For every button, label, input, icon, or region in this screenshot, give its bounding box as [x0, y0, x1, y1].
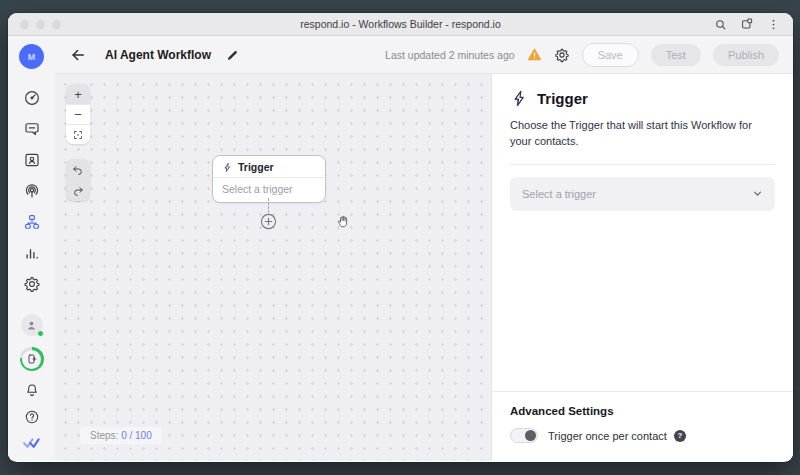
- minimize-window-icon[interactable]: [36, 20, 45, 29]
- contacts-icon[interactable]: [23, 151, 41, 169]
- trigger-bolt-icon: [222, 162, 233, 173]
- trigger-node-title: Trigger: [238, 161, 274, 173]
- advanced-settings-section: Advanced Settings Trigger once per conta…: [492, 391, 793, 461]
- settings-gear-icon[interactable]: [23, 275, 41, 293]
- agent-status-icon[interactable]: [21, 314, 43, 336]
- hand-grab-cursor-icon: [336, 214, 350, 229]
- trigger-node-placeholder[interactable]: Select a trigger: [213, 178, 325, 202]
- browser-tab-title: respond.io - Workflows Builder - respond…: [8, 18, 793, 30]
- respond-logo-icon: [22, 436, 42, 451]
- steps-counter: Steps: 0 / 100: [80, 427, 162, 444]
- browser-chrome: respond.io - Workflows Builder - respond…: [8, 13, 793, 36]
- maximize-window-icon[interactable]: [52, 20, 61, 29]
- trigger-once-toggle[interactable]: [510, 428, 538, 443]
- publish-button[interactable]: Publish: [713, 44, 779, 66]
- panel-description: Choose the Trigger that will start this …: [510, 118, 775, 150]
- warning-icon[interactable]: [527, 47, 542, 62]
- search-icon[interactable]: [714, 18, 727, 31]
- panel-divider: [510, 164, 775, 165]
- zoom-in-button[interactable]: +: [66, 84, 90, 104]
- messages-icon[interactable]: [23, 120, 41, 138]
- mobile-app-progress-icon[interactable]: [20, 347, 44, 371]
- save-button[interactable]: Save: [582, 43, 639, 67]
- trigger-select-dropdown[interactable]: Select a trigger: [510, 177, 775, 211]
- back-button[interactable]: [69, 46, 87, 64]
- dropdown-placeholder: Select a trigger: [522, 188, 596, 200]
- traffic-lights[interactable]: [20, 20, 61, 29]
- advanced-settings-title: Advanced Settings: [510, 405, 775, 417]
- test-button[interactable]: Test: [651, 44, 701, 66]
- reports-icon[interactable]: [23, 244, 41, 262]
- close-window-icon[interactable]: [20, 20, 29, 29]
- workflow-canvas[interactable]: + −: [55, 74, 491, 461]
- help-tooltip-icon[interactable]: ?: [674, 430, 686, 442]
- browser-window: respond.io - Workflows Builder - respond…: [8, 13, 793, 462]
- browser-menu-icon[interactable]: [767, 18, 780, 31]
- panel-title: Trigger: [537, 90, 588, 107]
- workflow-settings-gear-icon[interactable]: [554, 47, 570, 63]
- node-connector-line: [268, 198, 269, 213]
- dashboard-icon[interactable]: [23, 89, 41, 107]
- chevron-down-icon: [752, 188, 763, 199]
- trigger-once-label: Trigger once per contact: [548, 430, 667, 442]
- workflow-toolbar: AI Agent Workflow Last updated 2 minutes…: [55, 36, 793, 74]
- online-status-dot: [37, 330, 44, 337]
- edit-title-icon[interactable]: [226, 48, 239, 61]
- workspace-avatar[interactable]: M: [19, 44, 44, 69]
- add-step-button[interactable]: [260, 213, 277, 230]
- notifications-bell-icon[interactable]: [24, 382, 40, 398]
- zoom-out-button[interactable]: −: [66, 104, 90, 124]
- trigger-bolt-icon: [510, 89, 529, 108]
- trigger-node[interactable]: Trigger Select a trigger: [212, 155, 326, 203]
- app-sidebar: M: [8, 36, 55, 461]
- extensions-icon[interactable]: [740, 17, 754, 31]
- workflows-icon[interactable]: [23, 213, 41, 231]
- broadcast-icon[interactable]: [23, 182, 41, 200]
- last-updated-text: Last updated 2 minutes ago: [385, 49, 515, 61]
- help-icon[interactable]: [24, 409, 40, 425]
- fit-view-button[interactable]: [66, 124, 90, 144]
- redo-button[interactable]: [66, 180, 90, 201]
- toggle-knob: [525, 430, 536, 441]
- undo-button[interactable]: [66, 159, 90, 180]
- trigger-config-panel: Trigger Choose the Trigger that will sta…: [491, 74, 793, 461]
- workflow-title: AI Agent Workflow: [105, 48, 211, 62]
